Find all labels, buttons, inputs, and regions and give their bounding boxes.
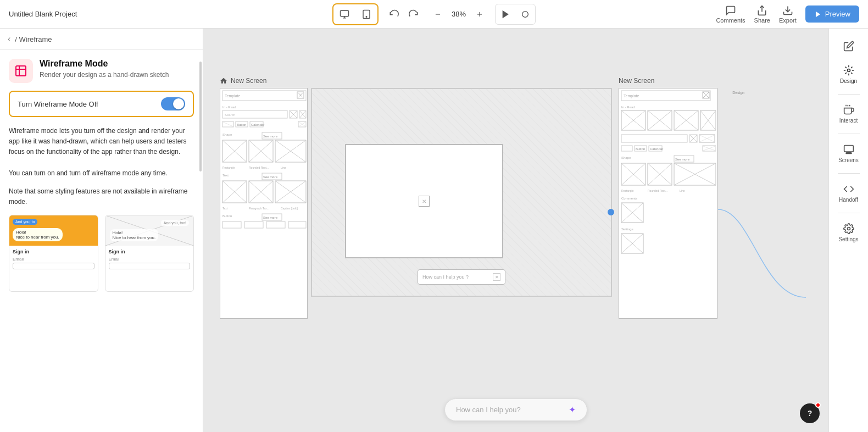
settings-label: Settings (838, 236, 858, 242)
design-panel-btn[interactable]: Design (830, 59, 868, 90)
tablet-view-btn[interactable] (355, 4, 377, 24)
svg-text:In - Read: In - Read (621, 106, 635, 109)
svg-text:Text: Text (222, 207, 228, 210)
svg-text:Rectangle: Rectangle (222, 166, 235, 169)
svg-rect-11 (16, 66, 26, 76)
settings-icon (843, 223, 854, 234)
design-label: Design (840, 78, 857, 84)
wireframe-toggle[interactable] (161, 97, 185, 110)
breadcrumb: / Wireframe (15, 35, 52, 43)
svg-point-2 (366, 16, 367, 17)
separator-1 (838, 94, 860, 95)
svg-text:Caption (bold): Caption (bold) (281, 207, 298, 210)
wireframe-mode-header: Wireframe Mode Render your design as a h… (9, 59, 194, 83)
svg-text:Rounded Rect...: Rounded Rect... (648, 189, 667, 192)
svg-rect-74 (288, 221, 306, 228)
separator-3 (838, 173, 860, 174)
handoff-icon (843, 184, 854, 195)
svg-text:See more: See more (675, 158, 690, 161)
svg-text:Button: Button (222, 214, 232, 218)
export-btn[interactable]: Export (779, 5, 797, 24)
interact-icon (843, 104, 854, 115)
svg-rect-93 (621, 135, 687, 142)
wireframe-note: Note that some styling features are not … (9, 186, 194, 207)
play-btn[interactable] (497, 5, 514, 23)
preview-card-sketch: Hola!Nice to hear from you. And you, too… (105, 215, 194, 292)
center-screen-hatch: ✕ How can I help you ? ✕ (311, 88, 612, 297)
ai-sparkle-icon: ✦ (569, 405, 576, 415)
svg-point-197 (847, 228, 850, 230)
preview-card-colored: Hola!Nice to hear from you. And you, to … (9, 215, 98, 292)
pencil-icon (843, 41, 854, 52)
record-btn[interactable] (516, 5, 534, 23)
handoff-label: Handoff (839, 197, 858, 203)
connection-line-svg (718, 88, 719, 319)
svg-text:Rectangle: Rectangle (621, 189, 634, 192)
wireframe-mode-title: Wireframe Mode (40, 59, 169, 69)
canvas[interactable]: New Screen Template In - Read Search (203, 29, 828, 432)
svg-text:See more: See more (263, 135, 278, 138)
svg-marker-6 (503, 11, 508, 18)
undo-btn[interactable] (385, 5, 403, 23)
svg-text:In - Read: In - Read (222, 106, 236, 109)
svg-rect-72 (244, 221, 263, 228)
wireframe-toggle-row: Turn Wireframe Mode Off (9, 91, 194, 117)
svg-rect-73 (266, 221, 285, 228)
edit-panel-btn[interactable] (830, 35, 868, 57)
app-title: Untitled Blank Project (9, 10, 77, 18)
wireframe-icon-box (9, 59, 33, 83)
main-layout: ‹ / Wireframe Wireframe Mode Render your… (0, 29, 868, 432)
handoff-panel-btn[interactable]: Handoff (830, 178, 868, 208)
view-tool-group (332, 3, 379, 25)
interact-panel-btn[interactable]: Interact (830, 99, 868, 129)
svg-text:See more: See more (263, 216, 278, 219)
topbar: Untitled Blank Project 38% (0, 0, 868, 29)
preview-btn[interactable]: Preview (805, 5, 859, 23)
right-panel: Design Interact Screens Handoff Settings (828, 29, 868, 432)
svg-rect-100 (621, 146, 632, 151)
svg-text:Text: Text (222, 174, 229, 177)
design-icon (843, 65, 854, 76)
screens-panel-btn[interactable]: Screens (830, 139, 868, 169)
toggle-label: Turn Wireframe Mode Off (18, 100, 98, 108)
svg-marker-10 (816, 11, 820, 17)
svg-line-30 (223, 122, 233, 126)
ai-input-bar[interactable]: How can I help you? ✦ (444, 398, 587, 421)
zoom-in-btn[interactable] (471, 5, 488, 23)
help-notification-badge (815, 402, 821, 408)
share-btn[interactable]: Share (754, 5, 770, 24)
center-inner-box: ✕ (345, 144, 503, 258)
back-btn[interactable]: ‹ (8, 34, 10, 44)
screen2-label: New Screen (619, 77, 717, 85)
svg-text:See more: See more (263, 175, 278, 179)
svg-text:Template: Template (225, 94, 241, 98)
connection-dot (608, 209, 614, 215)
help-button[interactable]: ? (800, 403, 820, 423)
svg-text:Search: Search (225, 113, 235, 117)
svg-text:Rounded Rect...: Rounded Rect... (249, 166, 269, 169)
design-label: Design (732, 91, 744, 95)
comments-btn[interactable]: Comments (716, 5, 745, 24)
svg-text:Button: Button (636, 147, 645, 151)
wireframe-description: Wireframe mode lets you turn off the des… (9, 126, 194, 179)
interact-label: Interact (839, 118, 858, 124)
help-icon: ? (808, 409, 813, 418)
preview-cards: Hola!Nice to hear from you. And you, to … (9, 215, 194, 292)
redo-btn[interactable] (405, 5, 422, 23)
left-panel: ‹ / Wireframe Wireframe Mode Render your… (0, 29, 203, 432)
wireframe-icon (14, 64, 27, 77)
topbar-right: Comments Share Export Preview (716, 5, 859, 24)
screen2-svg: Template In - Read (619, 88, 718, 319)
panel-scrollbar[interactable] (199, 62, 202, 171)
svg-point-191 (847, 69, 850, 72)
desktop-view-btn[interactable] (333, 4, 355, 24)
settings-panel-btn[interactable]: Settings (830, 218, 868, 248)
svg-point-7 (522, 11, 528, 17)
zoom-value: 38% (449, 10, 469, 18)
svg-text:Settings: Settings (621, 228, 633, 231)
zoom-control: 38% (429, 5, 488, 23)
x-icon-box: ✕ (419, 196, 430, 207)
screen2-wireframe: Design Template In - Read (619, 88, 717, 319)
ai-placeholder: How can I help you? (456, 406, 564, 414)
zoom-out-btn[interactable] (429, 5, 447, 23)
